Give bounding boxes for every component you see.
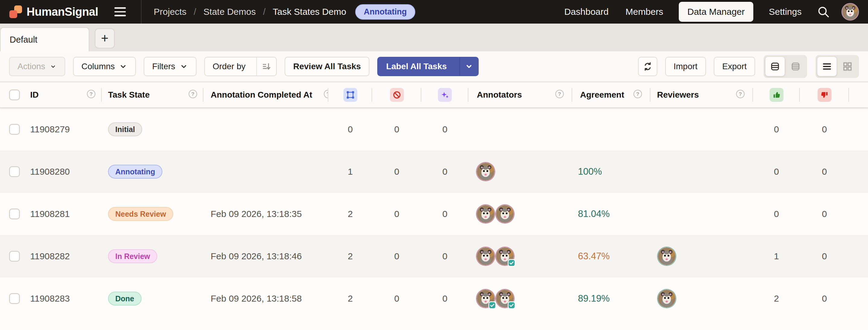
- column-header-reviewers[interactable]: Reviewers ?: [650, 82, 753, 108]
- annotations-count-value: 2: [348, 251, 353, 262]
- column-header-task-state[interactable]: Task State ?: [102, 82, 204, 108]
- nav-dashboard[interactable]: Dashboard: [563, 2, 610, 21]
- help-icon[interactable]: ?: [323, 89, 329, 101]
- filters-button[interactable]: Filters: [144, 57, 196, 76]
- row-checkbox[interactable]: [9, 209, 20, 219]
- cancelled-count-value: 0: [394, 251, 399, 262]
- sort-order-icon[interactable]: [256, 57, 276, 76]
- agreement-value: 89.19%: [578, 293, 610, 304]
- breadcrumb-current: Task States Demo: [273, 7, 346, 17]
- table-header: ID ? Task State ? Annotation Completed A…: [0, 82, 868, 108]
- chevron-down-icon: [119, 62, 127, 71]
- annotator-avatar[interactable]: [477, 163, 494, 181]
- completed-at-cell: Feb 09 2026, 13:18:35: [204, 193, 329, 235]
- export-button[interactable]: Export: [714, 57, 755, 76]
- order-by-button[interactable]: Order by: [204, 57, 277, 76]
- row-id: 11908280: [30, 166, 70, 177]
- refresh-button[interactable]: [638, 57, 657, 76]
- brand[interactable]: HumanSignal: [9, 5, 98, 19]
- row-checkbox[interactable]: [9, 293, 20, 304]
- row-checkbox[interactable]: [9, 124, 20, 135]
- column-header-predictions[interactable]: [421, 82, 468, 108]
- rows-tall-icon: [770, 62, 780, 71]
- column-header-cancelled-annotations[interactable]: [372, 82, 421, 108]
- nav-settings[interactable]: Settings: [768, 2, 803, 21]
- breadcrumb-project-group[interactable]: State Demos: [204, 7, 256, 17]
- list-view-icon: [822, 61, 832, 72]
- svg-text:?: ?: [90, 91, 93, 97]
- table-row[interactable]: 11908281 Needs Review Feb 09 2026, 13:18…: [0, 193, 868, 235]
- tab-default[interactable]: Default: [0, 27, 89, 51]
- label-all-tasks-button[interactable]: Label All Tasks: [377, 57, 479, 76]
- predictions-count: 0: [421, 108, 468, 150]
- annotator-avatar[interactable]: [477, 290, 494, 307]
- column-header-reviews-rejected[interactable]: [800, 82, 849, 108]
- chevron-down-icon: [50, 63, 57, 70]
- help-icon[interactable]: ?: [188, 89, 197, 101]
- column-header-id[interactable]: ID ?: [27, 82, 102, 108]
- add-tab-button[interactable]: +: [95, 28, 115, 48]
- row-id: 11908281: [30, 209, 70, 219]
- select-all-checkbox-cell: [0, 82, 27, 108]
- help-icon[interactable]: ?: [87, 89, 96, 101]
- nav-data-manager[interactable]: Data Manager: [679, 2, 753, 22]
- annotator-avatar[interactable]: [477, 205, 494, 223]
- column-header-agreement[interactable]: Agreement ?: [572, 82, 650, 108]
- annotators-cell: [468, 150, 572, 193]
- reviewed-check-badge: [488, 301, 496, 309]
- annotators-cell: [468, 235, 572, 277]
- view-mode-toggle: [815, 55, 859, 78]
- row-id: 11908282: [30, 251, 70, 262]
- row-height-tall-button[interactable]: [765, 57, 785, 76]
- annotator-avatar[interactable]: [496, 248, 514, 265]
- predictions-sparkles-icon: [438, 88, 452, 102]
- table-row[interactable]: 11908280 Annotating 1 0 0 100% 0 0: [0, 150, 868, 193]
- list-view-button[interactable]: [817, 57, 837, 76]
- annotator-avatar[interactable]: [477, 248, 494, 265]
- help-icon[interactable]: ?: [555, 89, 564, 101]
- help-icon[interactable]: ?: [736, 89, 745, 101]
- nav-members[interactable]: Members: [624, 2, 664, 21]
- import-button[interactable]: Import: [665, 57, 706, 76]
- view-tabs: Default +: [0, 24, 868, 51]
- column-header-annotations[interactable]: [329, 82, 372, 108]
- search-icon[interactable]: [817, 5, 830, 19]
- user-avatar[interactable]: [841, 3, 859, 21]
- grid-view-button[interactable]: [838, 57, 857, 76]
- reviewer-avatar[interactable]: [658, 290, 676, 307]
- table-row[interactable]: 11908279 Initial 0 0 0 0 0: [0, 108, 868, 150]
- review-all-tasks-button[interactable]: Review All Tasks: [285, 57, 369, 76]
- column-header-reviews-accepted[interactable]: [753, 82, 800, 108]
- table-row[interactable]: 11908283 Done Feb 09 2026, 13:18:58 2 0 …: [0, 277, 868, 320]
- opossum-photo: [477, 205, 494, 223]
- svg-text:?: ?: [191, 91, 194, 97]
- accepted-count: 0: [753, 193, 800, 235]
- columns-button[interactable]: Columns: [73, 57, 136, 76]
- reviewers-cell: [650, 235, 753, 277]
- breadcrumb-projects[interactable]: Projects: [154, 7, 186, 17]
- annotator-avatar[interactable]: [496, 290, 514, 307]
- reviewers-cell: [650, 277, 753, 320]
- help-icon[interactable]: ?: [633, 89, 642, 101]
- hamburger-menu-icon[interactable]: [114, 5, 128, 19]
- task-state-badge: Annotating: [108, 165, 162, 178]
- task-id: 11908280: [27, 150, 102, 193]
- reviewer-avatar[interactable]: [658, 248, 676, 265]
- row-checkbox[interactable]: [9, 251, 20, 262]
- row-checkbox[interactable]: [9, 166, 20, 177]
- column-header-annotators[interactable]: Annotators ?: [468, 82, 572, 108]
- annotator-avatar[interactable]: [496, 205, 514, 223]
- row-height-compact-button[interactable]: [786, 57, 805, 76]
- cancelled-count: 0: [372, 235, 421, 277]
- accepted-count: 2: [753, 277, 800, 320]
- table-row[interactable]: 11908282 In Review Feb 09 2026, 13:18:46…: [0, 235, 868, 277]
- label-all-dropdown-icon[interactable]: [459, 57, 478, 76]
- predictions-count: 0: [421, 193, 468, 235]
- row-height-toggle: [764, 55, 807, 78]
- actions-button[interactable]: Actions: [9, 57, 65, 76]
- task-id: 11908282: [27, 235, 102, 277]
- reviewers-cell: [650, 108, 753, 150]
- select-all-checkbox[interactable]: [9, 89, 20, 100]
- column-header-completed-at[interactable]: Annotation Completed At ?: [204, 82, 329, 108]
- opossum-photo: [477, 163, 494, 181]
